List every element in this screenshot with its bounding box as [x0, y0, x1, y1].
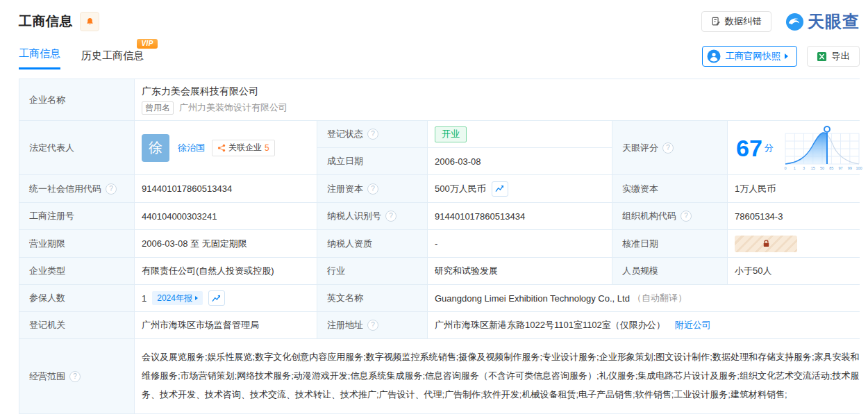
insured-trend-button[interactable] — [208, 290, 225, 306]
score-axis-ticks: 0 1 3 15 50 85 97 99 100 — [784, 166, 862, 170]
related-companies-count: 5 — [265, 143, 269, 153]
tab-bar: 工商信息 历史工商信息 VIP 工商官网快照 导出 — [19, 46, 860, 69]
former-name-row: 曾用名 广州力美装饰设计有限公司 — [142, 101, 287, 115]
tab-history-business-info[interactable]: 历史工商信息 VIP — [81, 49, 144, 69]
paid-capital-value: 1万人民币 — [728, 175, 868, 202]
page-title: 工商信息 — [19, 13, 73, 31]
correction-icon — [711, 17, 721, 26]
reg-address-label-cell: 注册地址? — [317, 312, 427, 338]
subscribe-bell-button[interactable] — [80, 12, 99, 31]
related-companies-label: 关联企业 — [228, 142, 262, 154]
help-icon[interactable]: ? — [69, 371, 81, 382]
credit-code-label: 统一社会信用代码 — [29, 183, 101, 195]
person-circle-icon — [707, 49, 721, 63]
reg-status-label-cell: 登记状态? — [317, 121, 427, 147]
company-type-label: 企业类型 — [19, 258, 134, 284]
annual-report-badge[interactable]: 2024年报 — [152, 291, 203, 305]
reg-capital-value: 500万人民币 — [435, 183, 486, 195]
svg-text:3: 3 — [803, 166, 805, 170]
reg-status-cell: 开业 — [428, 121, 612, 147]
help-icon[interactable]: ? — [662, 142, 674, 154]
legal-rep-label: 法定代表人 — [19, 121, 134, 174]
business-scope-value: 会议及展览服务;娱乐性展览;数字文化创意内容应用服务;数字视频监控系统销售;摄像… — [135, 339, 868, 413]
reg-address-label: 注册地址 — [327, 319, 363, 331]
taxpayer-id-value: 914401017860513434 — [428, 203, 612, 229]
help-icon[interactable]: ? — [106, 183, 117, 195]
score-cell: 67 分 0 — [728, 121, 868, 174]
export-button[interactable]: 导出 — [807, 46, 860, 67]
related-companies-badge[interactable]: 关联企业 5 — [212, 140, 275, 156]
est-date-label: 成立日期 — [317, 148, 427, 174]
data-correction-button[interactable]: 数据纠错 — [701, 11, 771, 32]
reg-capital-label: 注册资本 — [327, 183, 363, 195]
reg-number-value: 440104000303241 — [135, 203, 317, 229]
official-snapshot-label: 工商官网快照 — [725, 50, 781, 63]
company-name-label: 企业名称 — [19, 79, 134, 120]
svg-text:15: 15 — [811, 166, 815, 170]
business-term-value: 2006-03-08 至 无固定期限 — [135, 230, 317, 257]
official-snapshot-button[interactable]: 工商官网快照 — [702, 46, 797, 67]
score-label: 天眼评分 — [622, 142, 658, 154]
reg-authority-label: 登记机关 — [19, 312, 134, 338]
company-type-value: 有限责任公司(自然人投资或控股) — [135, 258, 317, 284]
caret-right-icon — [785, 54, 788, 59]
taxpayer-quality-value: - — [428, 230, 612, 257]
svg-text:1: 1 — [794, 166, 796, 170]
tianyancha-logo-text: 天眼查 — [808, 10, 860, 33]
help-icon[interactable]: ? — [367, 183, 378, 195]
line-chart-icon — [495, 185, 504, 192]
insured-count-cell: 1 2024年报 — [135, 285, 317, 311]
approval-date-label: 核准日期 — [612, 230, 727, 257]
english-name-cell: Guangdong Limei Exhibition Technology Co… — [428, 285, 868, 311]
legal-rep-cell: 徐 徐治国 关联企业 5 — [135, 121, 317, 174]
business-info-panel: 工商信息 数据纠错 天眼查 工商信息 历史工商信息 VIP — [19, 0, 860, 414]
svg-text:97: 97 — [838, 166, 842, 170]
svg-text:85: 85 — [829, 166, 833, 170]
score-unit: 分 — [765, 142, 774, 154]
taxpayer-quality-label: 纳税人资质 — [317, 230, 427, 257]
business-scope-label-cell: 经营范围? — [19, 339, 134, 413]
company-name-cell: 广东力美会展科技有限公司 曾用名 广州力美装饰设计有限公司 — [135, 79, 868, 120]
help-icon[interactable]: ? — [385, 211, 397, 222]
help-icon[interactable]: ? — [367, 129, 378, 140]
english-name-value: Guangdong Limei Exhibition Technology Co… — [435, 293, 630, 304]
tianyancha-logo[interactable]: 天眼查 — [785, 10, 860, 33]
reg-authority-value: 广州市海珠区市场监督管理局 — [135, 312, 317, 338]
business-scope-label: 经营范围 — [29, 370, 65, 383]
tab-history-label: 历史工商信息 — [81, 49, 144, 61]
capital-trend-button[interactable] — [492, 181, 508, 197]
est-date-value: 2006-03-08 — [428, 148, 612, 174]
credit-code-value: 914401017860513434 — [135, 175, 317, 202]
insured-count-value: 1 — [142, 293, 147, 304]
lock-icon — [762, 239, 771, 248]
reg-address-value: 广州市海珠区新港东路1022号1101室1102室（仅限办公） — [435, 319, 665, 331]
status-badge: 开业 — [435, 126, 467, 142]
bell-icon — [85, 17, 95, 27]
legal-rep-avatar[interactable]: 徐 — [142, 134, 169, 162]
business-term-label: 营业期限 — [19, 230, 134, 257]
excel-icon — [817, 51, 827, 62]
svg-text:100: 100 — [856, 166, 862, 170]
related-network-icon — [217, 144, 226, 152]
panel-header: 工商信息 数据纠错 天眼查 — [19, 11, 860, 32]
help-icon[interactable]: ? — [681, 211, 692, 222]
taxpayer-id-label: 纳税人识别号 — [327, 210, 381, 222]
svg-text:0: 0 — [784, 166, 786, 170]
svg-text:50: 50 — [820, 166, 824, 170]
tianyancha-logo-icon — [785, 13, 804, 31]
vip-badge: VIP — [137, 39, 158, 49]
approval-date-cell — [728, 230, 868, 257]
score-value: 67 — [736, 136, 762, 160]
former-name-value: 广州力美装饰设计有限公司 — [179, 101, 287, 114]
legal-rep-name-link[interactable]: 徐治国 — [178, 142, 205, 154]
locked-value-button[interactable] — [735, 236, 797, 252]
reg-number-label: 工商注册号 — [19, 203, 134, 229]
data-correction-label: 数据纠错 — [725, 15, 762, 28]
nearby-companies-link[interactable]: 附近公司 — [675, 319, 711, 331]
business-info-table: 企业名称 广东力美会展科技有限公司 曾用名 广州力美装饰设计有限公司 法定代表人… — [19, 79, 860, 414]
auto-translate-note: （自动翻译） — [633, 292, 687, 304]
help-icon[interactable]: ? — [367, 320, 378, 331]
export-label: 导出 — [831, 50, 850, 63]
staff-size-value: 小于50人 — [728, 258, 868, 284]
tab-business-info[interactable]: 工商信息 — [19, 47, 60, 69]
